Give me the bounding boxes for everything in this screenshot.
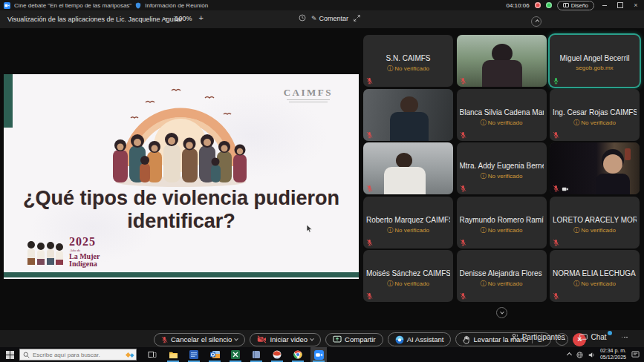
- ai-assistant-button[interactable]: AI Assistant: [388, 332, 452, 346]
- participant-name: Ing. Cesar Rojas CAIMFS: [553, 108, 637, 116]
- clock-date[interactable]: 02:34 p. m. 05/12/2025: [600, 348, 626, 361]
- share-button[interactable]: Compartir: [325, 333, 383, 346]
- zoom-icon[interactable]: [310, 347, 327, 362]
- participant-gallery: S.N. CAIMFSⓘ No verificadoMiguel Angel B…: [363, 35, 640, 302]
- recording-indicator-icon[interactable]: [535, 2, 541, 8]
- people-icon: [511, 333, 519, 341]
- mic-muted-icon: [366, 292, 373, 300]
- participant-tile[interactable]: [363, 142, 453, 194]
- outlook-icon[interactable]: [206, 347, 223, 362]
- participant-tile[interactable]: NORMA ELIA LECHUGA BAS...ⓘ No verificado: [550, 250, 640, 302]
- mic-muted-icon: [366, 185, 373, 192]
- speaker-icon[interactable]: [588, 348, 595, 361]
- chevron-down-icon[interactable]: [235, 336, 239, 340]
- windows-logo-icon: [6, 351, 14, 359]
- connection-indicator-icon[interactable]: [546, 2, 552, 8]
- title-bar: Cine debate "En el tiempo de las maripos…: [0, 0, 644, 10]
- slide-illustration: [101, 77, 261, 191]
- task-view-icon[interactable]: [144, 347, 160, 362]
- participant-tile[interactable]: Roberto Marquez CAIMFSⓘ No verificado: [363, 197, 453, 249]
- zoom-app-icon: [4, 2, 10, 9]
- meeting-timer: 04:10:06: [507, 2, 530, 9]
- participant-name: LORETO ARACELY MORRIS ...: [553, 216, 637, 224]
- panel-more-button[interactable]: [622, 337, 628, 338]
- zoom-meeting-window: Cine debate "En el tiempo de las maripos…: [0, 0, 644, 362]
- fullscreen-icon[interactable]: [354, 15, 360, 23]
- caimfs-logo: CAIMFS: [284, 87, 333, 102]
- participant-tile[interactable]: S.N. CAIMFSⓘ No verificado: [363, 35, 453, 87]
- zoom-in-button[interactable]: +: [198, 14, 203, 22]
- search-icon: [23, 348, 30, 361]
- participant-tile[interactable]: Raymundo Romero Ramírez...ⓘ No verificad…: [457, 197, 547, 249]
- action-center-icon[interactable]: [631, 348, 640, 361]
- verification-badge: ⓘ No verificado: [366, 65, 450, 73]
- info-icon: ⓘ: [387, 65, 394, 72]
- zoom-level[interactable]: 100%: [175, 15, 192, 22]
- close-button[interactable]: ×: [631, 1, 641, 10]
- info-icon: ⓘ: [481, 227, 488, 234]
- taskbar-search[interactable]: [19, 349, 137, 361]
- participant-tile[interactable]: Denisse Alejandra Flores Ros...ⓘ No veri…: [457, 250, 547, 302]
- edge-sphere-icon[interactable]: [269, 347, 285, 362]
- chevron-down-icon[interactable]: [310, 336, 314, 340]
- slide-footer-bar: [4, 272, 359, 277]
- viewing-label: Visualización de las aplicaciones de Lic…: [7, 16, 182, 23]
- unmute-button[interactable]: Cancelar el silencio: [154, 333, 245, 346]
- view-options-icon[interactable]: [299, 14, 306, 23]
- slide-accent-bar: [4, 74, 13, 128]
- start-button[interactable]: [0, 347, 19, 362]
- info-icon: ⓘ: [387, 227, 394, 234]
- system-tray: 02:34 p. m. 05/12/2025: [567, 348, 644, 361]
- collapse-toolbar-chevron[interactable]: [531, 16, 541, 27]
- search-highlights-icon: [126, 353, 134, 357]
- shared-presentation-slide: CAIMFS: [4, 74, 359, 279]
- meeting-info-link[interactable]: Información de Reunión: [145, 2, 208, 9]
- chrome-icon[interactable]: [290, 347, 306, 362]
- chevron-up-icon: [536, 19, 540, 24]
- info-icon: ⓘ: [573, 227, 581, 234]
- participant-tile[interactable]: Miguel Angel Becerrilsegob.gob.mx: [550, 35, 640, 87]
- annotate-button[interactable]: ✎ Comentar: [311, 15, 348, 22]
- network-globe-icon[interactable]: [576, 348, 583, 361]
- participant-name: NORMA ELIA LECHUGA BAS...: [553, 269, 637, 277]
- participant-name: Mtra. Addy Eugenia Bernés ...: [460, 162, 544, 170]
- gallery-scroll-down-button[interactable]: [496, 307, 507, 318]
- maximize-button[interactable]: [615, 1, 625, 10]
- verification-badge: segob.gob.mx: [553, 65, 637, 71]
- excel-icon[interactable]: [227, 347, 244, 362]
- mic-muted-icon: [161, 336, 168, 343]
- zoom-out-button[interactable]: −: [163, 14, 168, 22]
- year-2025-logo: 2025 Año de La Mujer Indígena: [26, 236, 100, 268]
- participant-name: Roberto Marquez CAIMFS: [366, 216, 450, 224]
- participants-button[interactable]: Participantes: [511, 333, 565, 341]
- participant-tile[interactable]: LORETO ARACELY MORRIS ...ⓘ No verificado: [550, 197, 640, 249]
- hidden-icons-chevron[interactable]: [567, 352, 572, 357]
- mic-muted-icon: [460, 185, 466, 192]
- onenote-icon[interactable]: [248, 347, 264, 362]
- verification-badge: ⓘ No verificado: [460, 172, 544, 180]
- participant-tile[interactable]: Mtra. Addy Eugenia Bernés ...ⓘ No verifi…: [457, 142, 547, 194]
- mic-muted-icon: [460, 77, 466, 85]
- hand-icon: [463, 335, 470, 344]
- participant-tile[interactable]: Blanca Silvia Cadena Martine...ⓘ No veri…: [457, 89, 547, 141]
- word-icon[interactable]: [186, 347, 202, 362]
- participant-tile[interactable]: [363, 89, 453, 141]
- minimize-button[interactable]: [599, 1, 610, 10]
- pen-icon: ✎: [311, 15, 317, 22]
- participant-video: [363, 89, 453, 141]
- search-input[interactable]: [33, 352, 107, 358]
- more-icon: [622, 337, 628, 338]
- mic-muted-icon: [460, 239, 466, 246]
- participant-tile[interactable]: Moisés Sánchez CAIMFSⓘ No verificado: [363, 250, 453, 302]
- layout-icon: [563, 3, 569, 7]
- file-explorer-icon[interactable]: [165, 347, 181, 362]
- mic-muted-icon: [553, 185, 559, 192]
- participant-tile[interactable]: Ing. Cesar Rojas CAIMFSⓘ No verificado: [550, 89, 640, 141]
- start-video-button[interactable]: Iniciar video: [250, 333, 321, 346]
- indigenous-women-figures: [26, 239, 65, 266]
- mic-muted-icon: [460, 131, 466, 139]
- chat-button[interactable]: Chat: [579, 333, 606, 341]
- participant-tile[interactable]: [550, 142, 640, 194]
- participant-tile[interactable]: [457, 35, 547, 87]
- design-view-button[interactable]: Diseño: [557, 1, 594, 10]
